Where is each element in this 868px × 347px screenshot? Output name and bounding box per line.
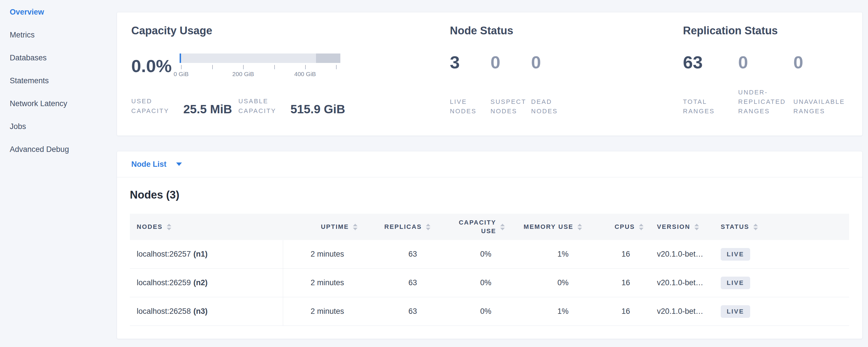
cpus-cell: 16 bbox=[582, 240, 644, 268]
node-list-card: Node List Nodes (3) NODES UPTIME bbox=[117, 151, 863, 339]
node-status-title: Node Status bbox=[450, 24, 683, 37]
capacity-gauge-ticks bbox=[180, 65, 340, 69]
column-header-version[interactable]: VERSION bbox=[644, 223, 712, 231]
status-badge: LIVE bbox=[721, 248, 750, 261]
used-capacity-stat: USED CAPACITY 25.5 MiB bbox=[131, 96, 232, 116]
capacity-usage-title: Capacity Usage bbox=[131, 24, 450, 37]
replication-status-title: Replication Status bbox=[683, 24, 862, 37]
memory-use-cell: 1% bbox=[505, 240, 582, 268]
status-cell: LIVE bbox=[712, 240, 849, 268]
live-nodes-label: LIVE NODES bbox=[450, 97, 484, 116]
node-id: (n1) bbox=[193, 250, 208, 259]
column-header-status[interactable]: STATUS bbox=[712, 223, 849, 231]
replicas-cell: 63 bbox=[358, 297, 430, 325]
uptime-cell: 2 minutes bbox=[283, 297, 358, 325]
under-replicated-ranges-metric: 0 UNDER-REPLICATED RANGES bbox=[738, 54, 793, 116]
used-capacity-value: 25.5 MiB bbox=[183, 103, 232, 116]
version-cell: v20.1.0-bet… bbox=[644, 269, 712, 297]
suspect-nodes-metric: 0 SUSPECT NODES bbox=[491, 54, 531, 116]
main-content: Capacity Usage 0.0% bbox=[117, 0, 863, 347]
capacity-gauge: 0 GiB 200 GiB 400 GiB bbox=[180, 54, 340, 79]
node-address-cell[interactable]: localhost:26257 (n1) bbox=[130, 240, 283, 268]
capacity-used-percent: 0.0% bbox=[131, 57, 172, 75]
suspect-nodes-label: SUSPECT NODES bbox=[491, 97, 524, 116]
memory-use-cell: 0% bbox=[505, 269, 582, 297]
gauge-tick-label-200: 200 GiB bbox=[232, 71, 254, 77]
table-row-n1[interactable]: localhost:26257 (n1) 2 minutes 63 0% 1% … bbox=[130, 240, 849, 269]
capacity-use-cell: 0% bbox=[430, 240, 505, 268]
sidebar-item-advanced-debug[interactable]: Advanced Debug bbox=[0, 138, 117, 161]
capacity-gauge-other-segment bbox=[316, 54, 340, 63]
dead-nodes-label: DEAD NODES bbox=[531, 97, 565, 116]
gauge-tick-label-400: 400 GiB bbox=[294, 71, 316, 77]
uptime-cell: 2 minutes bbox=[283, 269, 358, 297]
capacity-usage-panel: Capacity Usage 0.0% bbox=[131, 24, 450, 135]
sidebar-item-metrics[interactable]: Metrics bbox=[0, 24, 117, 46]
replicas-cell: 63 bbox=[358, 269, 430, 297]
replication-status-panel: Replication Status 63 TOTAL RANGES 0 UND… bbox=[683, 24, 862, 135]
chevron-down-icon bbox=[176, 162, 182, 166]
unavailable-ranges-value: 0 bbox=[793, 54, 848, 71]
cluster-summary-card: Capacity Usage 0.0% bbox=[117, 12, 863, 136]
sort-arrows-icon bbox=[639, 224, 644, 230]
column-header-memory-use[interactable]: MEMORY USE bbox=[505, 223, 582, 231]
status-badge: LIVE bbox=[721, 305, 750, 318]
sort-arrows-icon bbox=[500, 224, 505, 230]
column-header-nodes[interactable]: NODES bbox=[130, 223, 283, 231]
column-header-capacity-use[interactable]: CAPACITY USE bbox=[430, 218, 505, 235]
table-row-n3[interactable]: localhost:26258 (n3) 2 minutes 63 0% 1% … bbox=[130, 297, 849, 326]
column-header-replicas[interactable]: REPLICAS bbox=[358, 223, 430, 231]
sort-arrows-icon bbox=[167, 224, 171, 230]
live-nodes-value: 3 bbox=[450, 54, 491, 71]
sidebar-item-jobs[interactable]: Jobs bbox=[0, 115, 117, 138]
capacity-use-cell: 0% bbox=[430, 269, 505, 297]
version-cell: v20.1.0-bet… bbox=[644, 297, 712, 325]
node-address-cell[interactable]: localhost:26259 (n2) bbox=[130, 269, 283, 297]
sort-arrows-icon bbox=[426, 224, 430, 230]
usable-capacity-stat: USABLE CAPACITY 515.9 GiB bbox=[238, 96, 345, 116]
sidebar-item-overview[interactable]: Overview bbox=[0, 1, 117, 24]
total-ranges-label: TOTAL RANGES bbox=[683, 97, 734, 116]
cpus-cell: 16 bbox=[582, 269, 644, 297]
table-row-n2[interactable]: localhost:26259 (n2) 2 minutes 63 0% 0% … bbox=[130, 269, 849, 297]
node-list-dropdown-label: Node List bbox=[131, 160, 166, 169]
version-cell: v20.1.0-bet… bbox=[644, 240, 712, 268]
sidebar: Overview Metrics Databases Statements Ne… bbox=[0, 0, 117, 347]
status-cell: LIVE bbox=[712, 269, 849, 297]
live-nodes-metric: 3 LIVE NODES bbox=[450, 54, 491, 116]
overview-page: Overview Metrics Databases Statements Ne… bbox=[0, 0, 868, 347]
capacity-gauge-bar bbox=[180, 54, 340, 63]
column-header-cpus[interactable]: CPUS bbox=[582, 223, 644, 231]
dead-nodes-metric: 0 DEAD NODES bbox=[531, 54, 572, 116]
nodes-count-heading: Nodes (3) bbox=[130, 189, 849, 201]
under-replicated-ranges-value: 0 bbox=[738, 54, 793, 71]
sidebar-item-statements[interactable]: Statements bbox=[0, 69, 117, 92]
uptime-cell: 2 minutes bbox=[283, 240, 358, 268]
memory-use-cell: 1% bbox=[505, 297, 582, 325]
suspect-nodes-value: 0 bbox=[491, 54, 531, 71]
nodes-table-header: NODES UPTIME REPLICAS CAPACITY USE bbox=[130, 214, 849, 240]
node-status-panel: Node Status 3 LIVE NODES 0 SUSPECT NODES… bbox=[450, 24, 683, 135]
unavailable-ranges-label: UNAVAILABLE RANGES bbox=[793, 97, 844, 116]
sidebar-item-databases[interactable]: Databases bbox=[0, 46, 117, 69]
node-address-cell[interactable]: localhost:26258 (n3) bbox=[130, 297, 283, 325]
node-id: (n2) bbox=[193, 278, 208, 287]
status-cell: LIVE bbox=[712, 297, 849, 325]
under-replicated-ranges-label: UNDER-REPLICATED RANGES bbox=[738, 88, 789, 116]
used-capacity-label: USED CAPACITY bbox=[131, 96, 181, 116]
total-ranges-metric: 63 TOTAL RANGES bbox=[683, 54, 738, 116]
sidebar-item-network-latency[interactable]: Network Latency bbox=[0, 92, 117, 115]
nodes-table: NODES UPTIME REPLICAS CAPACITY USE bbox=[130, 214, 849, 326]
usable-capacity-value: 515.9 GiB bbox=[290, 103, 345, 116]
node-list-dropdown[interactable]: Node List bbox=[117, 151, 862, 177]
usable-capacity-label: USABLE CAPACITY bbox=[238, 96, 287, 116]
cpus-cell: 16 bbox=[582, 297, 644, 325]
node-id: (n3) bbox=[193, 307, 208, 316]
unavailable-ranges-metric: 0 UNAVAILABLE RANGES bbox=[793, 54, 848, 116]
replicas-cell: 63 bbox=[358, 240, 430, 268]
gauge-tick-label-0: 0 GiB bbox=[174, 71, 189, 77]
sort-arrows-icon bbox=[578, 224, 582, 230]
column-header-uptime[interactable]: UPTIME bbox=[283, 223, 358, 231]
sort-arrows-icon bbox=[694, 224, 699, 230]
capacity-use-cell: 0% bbox=[430, 297, 505, 325]
